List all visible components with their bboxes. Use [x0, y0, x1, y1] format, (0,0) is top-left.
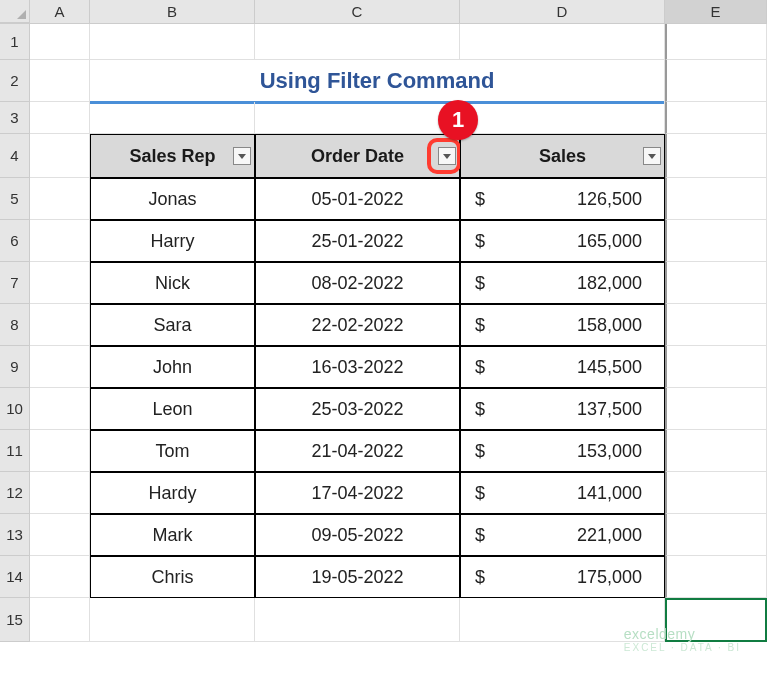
cell-date[interactable]: 19-05-2022 [255, 556, 460, 598]
row-header-12[interactable]: 12 [0, 472, 30, 514]
cell-A9[interactable] [30, 346, 90, 388]
cell-rep[interactable]: Harry [90, 220, 255, 262]
col-header-A[interactable]: A [30, 0, 90, 23]
cell-sales[interactable]: $165,000 [460, 220, 665, 262]
cell-E11[interactable] [665, 430, 767, 472]
cell-rep[interactable]: Hardy [90, 472, 255, 514]
col-header-D[interactable]: D [460, 0, 665, 23]
title-cell[interactable]: Using Filter Command [90, 60, 665, 102]
cell-date[interactable]: 05-01-2022 [255, 178, 460, 220]
row-header-14[interactable]: 14 [0, 556, 30, 598]
cell-rep[interactable]: John [90, 346, 255, 388]
cell-E6[interactable] [665, 220, 767, 262]
cell-E13[interactable] [665, 514, 767, 556]
cell-E5[interactable] [665, 178, 767, 220]
cell-sales[interactable]: $141,000 [460, 472, 665, 514]
cell-date[interactable]: 09-05-2022 [255, 514, 460, 556]
cell-date[interactable]: 25-03-2022 [255, 388, 460, 430]
cell-sales[interactable]: $126,500 [460, 178, 665, 220]
cell-A14[interactable] [30, 556, 90, 598]
cell-A7[interactable] [30, 262, 90, 304]
header-sales-rep[interactable]: Sales Rep [90, 134, 255, 178]
row-header-7[interactable]: 7 [0, 262, 30, 304]
currency-symbol: $ [475, 357, 485, 378]
cell-sales[interactable]: $137,500 [460, 388, 665, 430]
cell-C1[interactable] [255, 24, 460, 60]
cell-E12[interactable] [665, 472, 767, 514]
row-header-9[interactable]: 9 [0, 346, 30, 388]
row-header-3[interactable]: 3 [0, 102, 30, 134]
row-header-1[interactable]: 1 [0, 24, 30, 60]
cell-rep[interactable]: Nick [90, 262, 255, 304]
cell-rep[interactable]: Jonas [90, 178, 255, 220]
row-header-6[interactable]: 6 [0, 220, 30, 262]
cell-A4[interactable] [30, 134, 90, 178]
row-header-5[interactable]: 5 [0, 178, 30, 220]
row-header-15[interactable]: 15 [0, 598, 30, 642]
cell-A1[interactable] [30, 24, 90, 60]
cell-E2[interactable] [665, 60, 767, 102]
currency-symbol: $ [475, 483, 485, 504]
header-order-date[interactable]: Order Date [255, 134, 460, 178]
cell-date[interactable]: 17-04-2022 [255, 472, 460, 514]
cell-B3[interactable] [90, 102, 255, 134]
cell-E3[interactable] [665, 102, 767, 134]
cell-sales[interactable]: $221,000 [460, 514, 665, 556]
cell-sales[interactable]: $175,000 [460, 556, 665, 598]
cell-date[interactable]: 21-04-2022 [255, 430, 460, 472]
cell-A13[interactable] [30, 514, 90, 556]
filter-button-sales[interactable] [643, 147, 661, 165]
cell-A11[interactable] [30, 430, 90, 472]
cell-rep[interactable]: Leon [90, 388, 255, 430]
row-header-4[interactable]: 4 [0, 134, 30, 178]
cell-A8[interactable] [30, 304, 90, 346]
col-header-B[interactable]: B [90, 0, 255, 23]
filter-button-sales-rep[interactable] [233, 147, 251, 165]
col-header-C[interactable]: C [255, 0, 460, 23]
cell-D3[interactable] [460, 102, 665, 134]
cell-B1[interactable] [90, 24, 255, 60]
col-header-E[interactable]: E [665, 0, 767, 23]
cell-date[interactable]: 25-01-2022 [255, 220, 460, 262]
header-sales-rep-label: Sales Rep [129, 146, 215, 167]
cell-E1[interactable] [665, 24, 767, 60]
cell-A15[interactable] [30, 598, 90, 642]
cell-sales[interactable]: $145,500 [460, 346, 665, 388]
cell-rep[interactable]: Mark [90, 514, 255, 556]
row-header-10[interactable]: 10 [0, 388, 30, 430]
cell-D1[interactable] [460, 24, 665, 60]
cell-E4[interactable] [665, 134, 767, 178]
cell-sales[interactable]: $153,000 [460, 430, 665, 472]
currency-symbol: $ [475, 231, 485, 252]
cell-E7[interactable] [665, 262, 767, 304]
sales-amount: 126,500 [577, 189, 642, 210]
cell-E10[interactable] [665, 388, 767, 430]
cell-E8[interactable] [665, 304, 767, 346]
cell-A3[interactable] [30, 102, 90, 134]
row-header-11[interactable]: 11 [0, 430, 30, 472]
cell-sales[interactable]: $158,000 [460, 304, 665, 346]
cell-E14[interactable] [665, 556, 767, 598]
cell-E9[interactable] [665, 346, 767, 388]
cell-rep[interactable]: Sara [90, 304, 255, 346]
cell-rep[interactable]: Chris [90, 556, 255, 598]
cell-C15[interactable] [255, 598, 460, 642]
row-header-8[interactable]: 8 [0, 304, 30, 346]
cell-rep[interactable]: Tom [90, 430, 255, 472]
select-all-corner[interactable] [0, 0, 30, 23]
cell-date[interactable]: 08-02-2022 [255, 262, 460, 304]
row-header-2[interactable]: 2 [0, 60, 30, 102]
cell-date[interactable]: 16-03-2022 [255, 346, 460, 388]
cell-A10[interactable] [30, 388, 90, 430]
cell-A5[interactable] [30, 178, 90, 220]
row-header-13[interactable]: 13 [0, 514, 30, 556]
cell-date[interactable]: 22-02-2022 [255, 304, 460, 346]
cell-C3[interactable] [255, 102, 460, 134]
cell-A6[interactable] [30, 220, 90, 262]
cell-A2[interactable] [30, 60, 90, 102]
cell-A12[interactable] [30, 472, 90, 514]
cell-B15[interactable] [90, 598, 255, 642]
header-sales[interactable]: Sales [460, 134, 665, 178]
cell-sales[interactable]: $182,000 [460, 262, 665, 304]
filter-button-order-date[interactable] [438, 147, 456, 165]
